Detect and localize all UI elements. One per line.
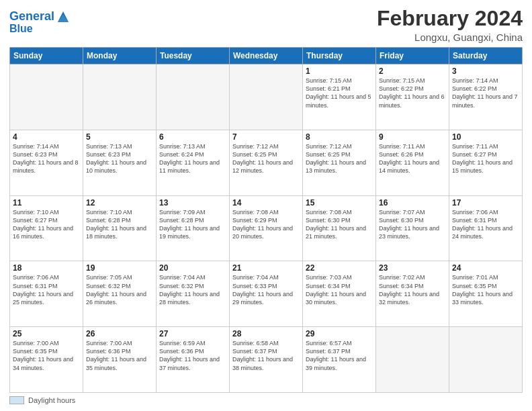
col-header-wednesday: Wednesday [230,48,303,64]
col-header-saturday: Saturday [449,48,523,64]
day-info: Sunrise: 7:07 AM Sunset: 6:30 PM Dayligh… [379,208,446,241]
calendar-cell: 7Sunrise: 7:12 AM Sunset: 6:25 PM Daylig… [230,130,303,195]
logo: General Blue [9,9,71,35]
calendar-cell: 20Sunrise: 7:04 AM Sunset: 6:32 PM Dayli… [157,261,230,327]
page: General Blue February 2024 Longxu, Guang… [0,0,532,411]
calendar-cell: 16Sunrise: 7:07 AM Sunset: 6:30 PM Dayli… [376,195,449,261]
day-info: Sunrise: 7:00 AM Sunset: 6:35 PM Dayligh… [13,339,80,372]
calendar-cell: 19Sunrise: 7:05 AM Sunset: 6:32 PM Dayli… [83,261,157,327]
calendar-cell: 25Sunrise: 7:00 AM Sunset: 6:35 PM Dayli… [10,327,83,393]
day-number: 7 [232,132,300,142]
day-number: 16 [379,198,446,208]
calendar-cell [449,327,523,393]
day-info: Sunrise: 7:04 AM Sunset: 6:32 PM Dayligh… [159,273,226,306]
day-number: 4 [13,132,80,142]
calendar-cell [157,64,230,130]
day-number: 23 [379,263,446,273]
day-number: 1 [306,66,373,76]
calendar-cell: 24Sunrise: 7:01 AM Sunset: 6:35 PM Dayli… [449,261,523,327]
calendar-cell: 8Sunrise: 7:12 AM Sunset: 6:25 PM Daylig… [303,130,376,195]
calendar-cell: 28Sunrise: 6:58 AM Sunset: 6:37 PM Dayli… [230,327,303,393]
day-info: Sunrise: 7:11 AM Sunset: 6:27 PM Dayligh… [452,142,519,175]
day-info: Sunrise: 7:05 AM Sunset: 6:32 PM Dayligh… [86,273,153,306]
day-number: 8 [306,132,373,142]
day-number: 6 [159,132,226,142]
footer: Daylight hours [9,396,523,404]
day-info: Sunrise: 7:00 AM Sunset: 6:36 PM Dayligh… [86,339,153,372]
day-number: 12 [86,198,153,208]
calendar-cell: 3Sunrise: 7:14 AM Sunset: 6:22 PM Daylig… [449,64,523,130]
calendar-cell: 26Sunrise: 7:00 AM Sunset: 6:36 PM Dayli… [83,327,157,393]
col-header-sunday: Sunday [10,48,83,64]
day-number: 22 [306,263,373,273]
day-info: Sunrise: 7:08 AM Sunset: 6:29 PM Dayligh… [232,208,300,241]
day-info: Sunrise: 7:03 AM Sunset: 6:34 PM Dayligh… [306,273,373,306]
logo-icon [56,9,71,24]
calendar-header: SundayMondayTuesdayWednesdayThursdayFrid… [10,48,523,64]
calendar-cell: 14Sunrise: 7:08 AM Sunset: 6:29 PM Dayli… [230,195,303,261]
week-row-5: 25Sunrise: 7:00 AM Sunset: 6:35 PM Dayli… [10,327,523,393]
day-info: Sunrise: 7:02 AM Sunset: 6:34 PM Dayligh… [379,273,446,306]
day-info: Sunrise: 6:57 AM Sunset: 6:37 PM Dayligh… [306,339,373,372]
calendar-cell: 18Sunrise: 7:06 AM Sunset: 6:31 PM Dayli… [10,261,83,327]
calendar-cell: 22Sunrise: 7:03 AM Sunset: 6:34 PM Dayli… [303,261,376,327]
col-header-thursday: Thursday [303,48,376,64]
calendar-cell: 21Sunrise: 7:04 AM Sunset: 6:33 PM Dayli… [230,261,303,327]
day-info: Sunrise: 6:59 AM Sunset: 6:36 PM Dayligh… [159,339,226,372]
day-number: 10 [452,132,519,142]
calendar-cell: 15Sunrise: 7:08 AM Sunset: 6:30 PM Dayli… [303,195,376,261]
day-info: Sunrise: 7:12 AM Sunset: 6:25 PM Dayligh… [232,142,300,175]
week-row-3: 11Sunrise: 7:10 AM Sunset: 6:27 PM Dayli… [10,195,523,261]
day-info: Sunrise: 7:10 AM Sunset: 6:28 PM Dayligh… [86,208,153,241]
day-number: 24 [452,263,519,273]
calendar-cell [10,64,83,130]
day-number: 19 [86,263,153,273]
day-info: Sunrise: 6:58 AM Sunset: 6:37 PM Dayligh… [232,339,300,372]
day-number: 3 [452,66,519,76]
title-block: February 2024 Longxu, Guangxi, China [377,7,523,43]
calendar-cell: 2Sunrise: 7:15 AM Sunset: 6:22 PM Daylig… [376,64,449,130]
calendar-table: SundayMondayTuesdayWednesdayThursdayFrid… [9,47,523,393]
day-info: Sunrise: 7:09 AM Sunset: 6:28 PM Dayligh… [159,208,226,241]
calendar-cell [230,64,303,130]
week-row-1: 1Sunrise: 7:15 AM Sunset: 6:21 PM Daylig… [10,64,523,130]
svg-marker-1 [58,14,69,22]
day-number: 21 [232,263,300,273]
daylight-label: Daylight hours [28,396,75,404]
col-header-friday: Friday [376,48,449,64]
day-number: 18 [13,263,80,273]
day-info: Sunrise: 7:01 AM Sunset: 6:35 PM Dayligh… [452,273,519,306]
calendar-cell: 1Sunrise: 7:15 AM Sunset: 6:21 PM Daylig… [303,64,376,130]
sub-title: Longxu, Guangxi, China [377,32,523,43]
day-info: Sunrise: 7:14 AM Sunset: 6:23 PM Dayligh… [13,142,80,175]
header-row: SundayMondayTuesdayWednesdayThursdayFrid… [10,48,523,64]
calendar-cell: 13Sunrise: 7:09 AM Sunset: 6:28 PM Dayli… [157,195,230,261]
day-number: 9 [379,132,446,142]
day-info: Sunrise: 7:12 AM Sunset: 6:25 PM Dayligh… [306,142,373,175]
day-info: Sunrise: 7:13 AM Sunset: 6:23 PM Dayligh… [86,142,153,175]
logo-line2: Blue [9,23,71,35]
calendar-cell [376,327,449,393]
daylight-swatch [9,396,24,404]
main-title: February 2024 [377,7,523,30]
day-number: 15 [306,198,373,208]
week-row-2: 4Sunrise: 7:14 AM Sunset: 6:23 PM Daylig… [10,130,523,195]
day-number: 13 [159,198,226,208]
calendar-cell: 23Sunrise: 7:02 AM Sunset: 6:34 PM Dayli… [376,261,449,327]
day-number: 20 [159,263,226,273]
day-info: Sunrise: 7:15 AM Sunset: 6:22 PM Dayligh… [379,77,446,109]
calendar-cell [83,64,157,130]
calendar-body: 1Sunrise: 7:15 AM Sunset: 6:21 PM Daylig… [10,64,523,393]
day-number: 26 [86,329,153,338]
day-info: Sunrise: 7:08 AM Sunset: 6:30 PM Dayligh… [306,208,373,241]
day-number: 25 [13,329,80,338]
calendar-cell: 4Sunrise: 7:14 AM Sunset: 6:23 PM Daylig… [10,130,83,195]
day-number: 17 [452,198,519,208]
day-info: Sunrise: 7:06 AM Sunset: 6:31 PM Dayligh… [452,208,519,241]
calendar-cell: 10Sunrise: 7:11 AM Sunset: 6:27 PM Dayli… [449,130,523,195]
day-number: 11 [13,198,80,208]
calendar-cell: 6Sunrise: 7:13 AM Sunset: 6:24 PM Daylig… [157,130,230,195]
day-info: Sunrise: 7:06 AM Sunset: 6:31 PM Dayligh… [13,273,80,306]
day-number: 29 [306,329,373,338]
header: General Blue February 2024 Longxu, Guang… [9,7,523,43]
